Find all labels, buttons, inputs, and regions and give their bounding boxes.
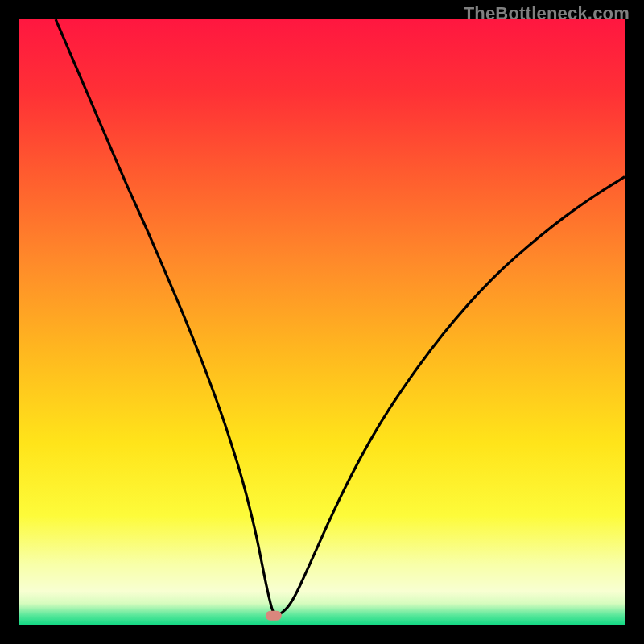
plot-area bbox=[19, 19, 625, 625]
watermark-text: TheBottleneck.com bbox=[464, 3, 630, 24]
chart-svg bbox=[19, 19, 625, 625]
chart-frame: TheBottleneck.com bbox=[0, 0, 644, 644]
optimum-marker bbox=[266, 611, 282, 621]
